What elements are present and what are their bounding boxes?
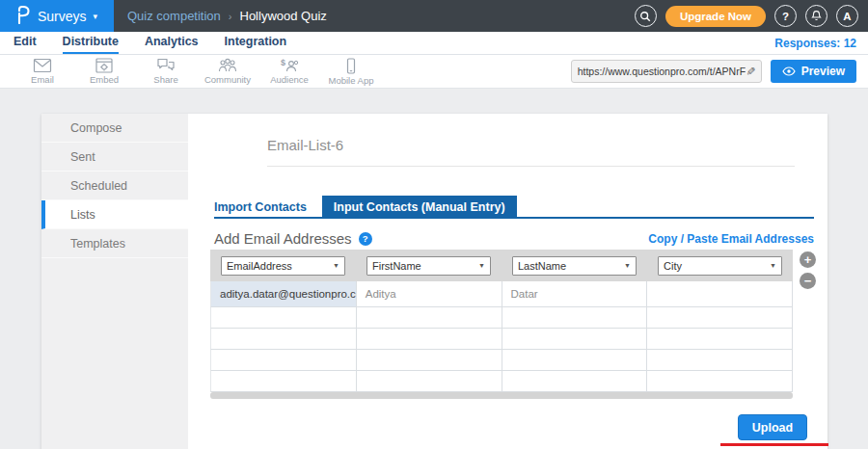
cell-city[interactable] [647, 371, 793, 391]
questionpro-app-window: Surveys ▾ Quiz competition › Hollywood Q… [0, 0, 868, 449]
svg-text:$: $ [281, 58, 285, 67]
cell-firstname[interactable] [357, 371, 502, 391]
share-icon [156, 58, 176, 73]
column-select-firstname[interactable]: FirstName▼ [366, 256, 491, 276]
remove-row-button[interactable]: − [800, 273, 816, 289]
tab-analytics[interactable]: Analytics [145, 32, 199, 54]
cell-lastname[interactable] [502, 371, 648, 391]
top-bar: Surveys ▾ Quiz competition › Hollywood Q… [0, 0, 868, 32]
cell-lastname[interactable] [502, 307, 648, 328]
search-button[interactable] [635, 5, 657, 27]
cell-city[interactable] [647, 329, 793, 349]
help-button[interactable]: ? [774, 5, 797, 27]
cell-firstname[interactable] [357, 329, 502, 349]
audience-icon: $ [279, 58, 300, 73]
community-icon [217, 58, 238, 73]
list-detail-content: Email-List-6 Import Contacts Input Conta… [188, 114, 827, 449]
tab-import-contacts[interactable]: Import Contacts [214, 196, 322, 217]
copy-paste-link[interactable]: Copy / Paste Email Addresses [648, 232, 814, 246]
add-row-button[interactable]: + [800, 251, 816, 268]
sidebar-item-scheduled[interactable]: Scheduled [41, 172, 188, 200]
title-divider [267, 166, 795, 167]
eye-icon [782, 66, 796, 76]
cell-email[interactable] [211, 329, 357, 349]
tool-audience[interactable]: $ Audience [258, 55, 320, 85]
tool-embed[interactable]: Embed [73, 55, 135, 85]
contact-row [210, 350, 793, 371]
cell-email[interactable] [211, 371, 357, 391]
survey-url-box: ✎ [571, 60, 762, 83]
contacts-grid: EmailAddress▼ FirstName▼ LastName▼ City▼… [210, 250, 793, 392]
cell-email[interactable]: aditya.datar@questionpro.com [211, 281, 357, 306]
mobile-app-icon [341, 58, 361, 74]
cell-lastname[interactable]: Datar [502, 281, 648, 306]
select-caret-icon: ▼ [478, 262, 485, 269]
edit-url-icon[interactable]: ✎ [744, 66, 757, 76]
column-select-city[interactable]: City▼ [658, 256, 782, 276]
distribute-toolbar: Email Embed Share Community $ Audience M… [0, 55, 868, 89]
email-icon [33, 58, 52, 73]
tab-input-contacts-manual[interactable]: Input Contacts (Manual Entry) [322, 196, 517, 217]
contacts-tabs: Import Contacts Input Contacts (Manual E… [214, 196, 814, 219]
cell-firstname[interactable]: Aditya [357, 281, 502, 306]
preview-button[interactable]: Preview [771, 60, 856, 83]
cell-city[interactable] [647, 350, 793, 370]
questionpro-logo-icon [16, 6, 31, 27]
surveys-menu-label: Surveys [38, 9, 87, 24]
cell-city[interactable] [647, 281, 793, 306]
cell-email[interactable] [211, 350, 357, 370]
survey-link-area: ✎ Preview [571, 55, 868, 83]
upload-button[interactable]: Upload [738, 414, 807, 440]
column-select-emailaddress[interactable]: EmailAddress▼ [221, 256, 345, 276]
search-icon [639, 11, 651, 22]
cell-email[interactable] [211, 307, 357, 328]
contact-row [210, 371, 793, 392]
breadcrumb: Quiz competition › Hollywood Quiz [127, 9, 327, 23]
column-select-lastname[interactable]: LastName▼ [512, 256, 637, 276]
contact-row [210, 307, 793, 329]
notifications-button[interactable] [805, 5, 827, 27]
embed-icon [95, 58, 114, 73]
cell-firstname[interactable] [357, 350, 502, 370]
contact-row [210, 329, 793, 350]
select-caret-icon: ▼ [333, 262, 339, 269]
tool-mobile-app[interactable]: Mobile App [320, 55, 382, 86]
cell-lastname[interactable] [502, 329, 648, 349]
horizontal-scrollbar[interactable] [210, 392, 793, 399]
email-lists-panel: Compose Sent Scheduled Lists Templates E… [41, 114, 827, 449]
email-sidebar: Compose Sent Scheduled Lists Templates [41, 114, 188, 449]
breadcrumb-current: Hollywood Quiz [240, 9, 327, 23]
tool-share[interactable]: Share [135, 55, 197, 85]
sidebar-item-compose[interactable]: Compose [41, 114, 188, 143]
tab-integration[interactable]: Integration [225, 32, 287, 54]
add-emails-header: Add Email Addresses ? Copy / Paste Email… [214, 230, 814, 247]
account-avatar[interactable]: A [836, 5, 858, 27]
bell-icon [810, 10, 823, 22]
cell-lastname[interactable] [502, 350, 648, 370]
contact-row: aditya.datar@questionpro.com Aditya Data… [210, 281, 793, 307]
topbar-actions: Upgrade Now ? A [635, 5, 868, 27]
tab-edit[interactable]: Edit [14, 32, 37, 54]
select-caret-icon: ▼ [624, 262, 631, 269]
annotation-red-underline [720, 443, 828, 446]
breadcrumb-separator-icon: › [229, 11, 232, 22]
cell-firstname[interactable] [357, 307, 502, 328]
tool-community[interactable]: Community [197, 55, 258, 85]
add-emails-heading: Add Email Addresses [214, 230, 352, 247]
sidebar-item-sent[interactable]: Sent [41, 143, 188, 172]
cell-city[interactable] [647, 307, 793, 328]
sidebar-item-templates[interactable]: Templates [41, 229, 188, 258]
survey-url-input[interactable] [578, 66, 746, 77]
breadcrumb-parent[interactable]: Quiz competition [127, 9, 221, 23]
tab-distribute[interactable]: Distribute [63, 32, 119, 54]
sidebar-item-lists[interactable]: Lists [41, 200, 188, 229]
responses-count[interactable]: Responses: 12 [774, 37, 856, 50]
survey-nav: Edit Distribute Analytics Integration Re… [0, 32, 868, 55]
grid-header-row: EmailAddress▼ FirstName▼ LastName▼ City▼ [210, 250, 793, 281]
chevron-down-icon: ▾ [94, 12, 98, 21]
help-tooltip-icon[interactable]: ? [359, 232, 372, 246]
list-title: Email-List-6 [267, 137, 343, 153]
upgrade-now-button[interactable]: Upgrade Now [665, 6, 766, 27]
surveys-menu-button[interactable]: Surveys ▾ [0, 0, 114, 32]
tool-email[interactable]: Email [12, 55, 73, 85]
